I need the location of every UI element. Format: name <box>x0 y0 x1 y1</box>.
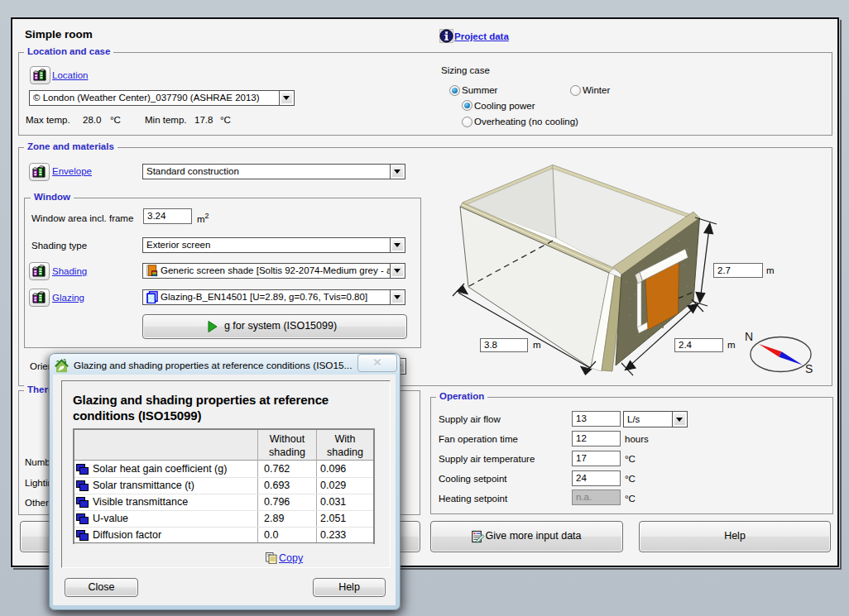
svg-text:N: N <box>745 330 753 343</box>
svg-text:S: S <box>805 362 813 375</box>
